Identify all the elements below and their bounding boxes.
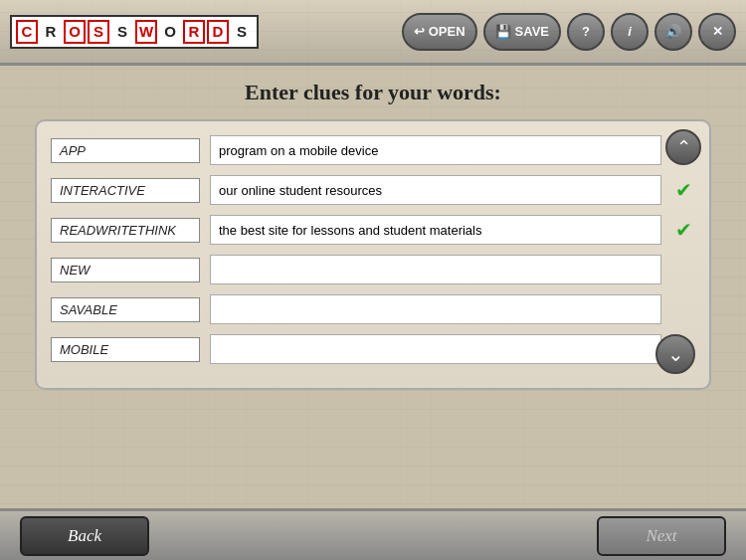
page-title: Enter clues for your words: [245,80,501,105]
clue-input[interactable] [210,215,661,245]
save-label: SAVE [515,24,549,39]
word-label: APP [51,138,200,163]
clue-rows: APP✔INTERACTIVE✔READWRITETHINK✔NEWSAVABL… [51,135,695,364]
logo-letter-s: S [231,20,253,44]
next-button[interactable]: Next [597,516,726,556]
clue-row: READWRITETHINK✔ [51,215,695,245]
open-label: OPEN [429,24,466,39]
clue-input[interactable] [210,175,661,205]
word-label: READWRITETHINK [51,218,200,243]
close-icon: ✕ [712,24,723,39]
word-label: SAVABLE [51,297,200,322]
word-label: NEW [51,258,200,282]
logo-letter-o: O [64,20,86,44]
clue-row: NEW [51,255,695,284]
logo-letter-s: S [88,20,109,44]
main-content: Enter clues for your words: ⌃ APP✔INTERA… [0,66,746,404]
back-button[interactable]: Back [20,516,149,556]
clue-input[interactable] [210,135,661,165]
open-button[interactable]: ↩ OPEN [402,13,477,51]
logo-letter-d: D [207,20,229,44]
chevron-up-icon: ⌃ [676,136,691,158]
check-icon: ✔ [671,178,695,202]
close-button[interactable]: ✕ [698,13,736,51]
clue-row: MOBILE [51,334,695,364]
logo-letter-s: S [111,20,133,44]
help-icon: ? [582,24,590,39]
word-label: MOBILE [51,337,200,362]
save-button[interactable]: 💾 SAVE [483,13,561,51]
help-button[interactable]: ? [567,13,605,51]
clue-row: APP✔ [51,135,695,165]
audio-button[interactable]: 🔊 [654,13,692,51]
audio-icon: 🔊 [665,24,681,39]
clues-panel: ⌃ APP✔INTERACTIVE✔READWRITETHINK✔NEWSAVA… [35,119,711,390]
logo-letter-r: R [40,20,62,44]
logo-letter-o: O [159,20,181,44]
logo-letter-r: R [183,20,205,44]
word-label: INTERACTIVE [51,178,200,203]
info-button[interactable]: i [611,13,649,51]
crosswords-logo: CROSSWORDS [10,15,259,49]
clue-input[interactable] [210,334,661,364]
scroll-down-button[interactable]: ⌄ [655,334,695,374]
footer: Back Next [0,508,746,560]
header: CROSSWORDS ↩ OPEN 💾 SAVE ? i 🔊 ✕ [0,0,746,66]
info-icon: i [628,24,632,39]
logo-letter-c: C [16,20,38,44]
clue-row: INTERACTIVE✔ [51,175,695,205]
open-icon: ↩ [414,24,425,39]
clue-input[interactable] [210,294,661,324]
scroll-up-button[interactable]: ⌃ [665,129,701,165]
clue-input[interactable] [210,255,661,284]
clue-row: SAVABLE [51,294,695,324]
logo-letter-w: W [135,20,157,44]
toolbar-buttons: ↩ OPEN 💾 SAVE ? i 🔊 ✕ [402,13,736,51]
chevron-down-icon: ⌄ [667,342,684,366]
check-icon: ✔ [671,218,695,242]
save-icon: 💾 [495,24,511,39]
